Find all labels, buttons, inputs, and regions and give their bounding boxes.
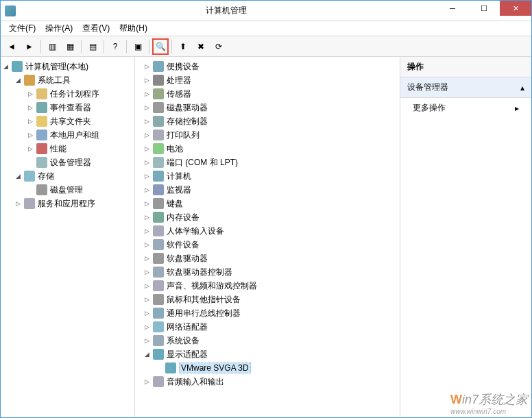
disk-icon <box>153 102 164 113</box>
dev-keyboards[interactable]: ▷键盘 <box>142 197 400 210</box>
dev-computer[interactable]: ▷计算机 <box>142 169 400 183</box>
menu-action[interactable]: 操作(A) <box>41 21 77 36</box>
printer-icon <box>153 130 164 140</box>
scan-hardware-button[interactable]: 🔍 <box>152 38 169 55</box>
forward-button[interactable]: ► <box>21 38 38 55</box>
tree-device-manager[interactable]: 设备管理器 <box>25 156 134 169</box>
device-icon <box>36 157 47 168</box>
collapse-icon[interactable]: ◢ <box>13 171 23 181</box>
display-icon <box>153 349 164 360</box>
storage-icon <box>24 171 35 182</box>
dev-processors[interactable]: ▷处理器 <box>142 73 400 87</box>
expand-icon[interactable]: ▷ <box>25 144 35 153</box>
menu-file[interactable]: 文件(F) <box>5 21 40 36</box>
sound-icon <box>153 280 164 291</box>
tree-event-viewer[interactable]: ▷事件查看器 <box>25 101 134 114</box>
actions-more[interactable]: 更多操作 ▸ <box>400 98 531 118</box>
separator <box>40 40 41 53</box>
dev-network[interactable]: ▷网络适配器 <box>142 320 400 334</box>
titlebar: 计算机管理 ─ ☐ ✕ <box>1 1 531 21</box>
dev-storage-ctrl[interactable]: ▷存储控制器 <box>142 114 400 128</box>
maximize-button[interactable]: ☐ <box>468 1 500 16</box>
dev-print-queues[interactable]: ▷打印队列 <box>142 128 400 142</box>
usb-icon <box>153 308 164 319</box>
device-tree-pane[interactable]: ▷便携设备 ▷处理器 ▷传感器 ▷磁盘驱动器 ▷存储控制器 ▷打印队列 ▷电池 … <box>135 57 400 417</box>
keyboard-icon <box>153 198 164 209</box>
computer-icon <box>12 61 23 72</box>
dev-vmware-svga[interactable]: VMware SVGA 3D <box>154 361 400 375</box>
dev-batteries[interactable]: ▷电池 <box>142 142 400 156</box>
tree-root[interactable]: ◢计算机管理(本地) <box>1 60 134 73</box>
separator <box>104 40 104 53</box>
monitor-icon <box>153 184 164 195</box>
minimize-button[interactable]: ─ <box>437 1 468 16</box>
dev-disk-drives[interactable]: ▷磁盘驱动器 <box>142 101 400 114</box>
tree-local-users[interactable]: ▷本地用户和组 <box>25 128 134 142</box>
close-button[interactable]: ✕ <box>500 1 531 16</box>
services-icon <box>24 198 35 209</box>
dev-sensors[interactable]: ▷传感器 <box>142 87 400 101</box>
audio-icon <box>153 376 164 387</box>
dev-ports[interactable]: ▷端口 (COM 和 LPT) <box>142 156 400 169</box>
dev-hid[interactable]: ▷人体学输入设备 <box>142 224 400 238</box>
tree-performance[interactable]: ▷性能 <box>25 142 134 156</box>
dev-memory[interactable]: ▷内存设备 <box>142 210 400 224</box>
tree-storage[interactable]: ◢存储 <box>13 169 134 183</box>
menu-view[interactable]: 查看(V) <box>78 21 114 36</box>
collapse-icon[interactable]: ◢ <box>1 62 10 71</box>
dev-system[interactable]: ▷系统设备 <box>142 334 400 347</box>
memory-icon <box>153 212 164 223</box>
floppy-ctrl-icon <box>153 267 164 278</box>
dev-audio-io[interactable]: ▷音频输入和输出 <box>142 375 400 389</box>
separator <box>81 40 82 53</box>
chevron-right-icon: ▸ <box>515 103 519 113</box>
tree-disk-mgmt[interactable]: 磁盘管理 <box>25 183 134 197</box>
show-hide-tree-button[interactable]: ▥ <box>44 38 60 55</box>
dev-software[interactable]: ▷软件设备 <box>142 238 400 251</box>
dev-floppy-ctrl[interactable]: ▷软盘驱动器控制器 <box>142 265 400 279</box>
collapse-icon[interactable]: ◢ <box>142 349 152 359</box>
storage-ctrl-icon <box>153 116 164 127</box>
computer-icon <box>153 171 164 182</box>
performance-icon <box>36 143 47 154</box>
collapse-icon[interactable]: ◢ <box>13 75 23 85</box>
tools-icon <box>24 75 35 86</box>
dev-usb[interactable]: ▷通用串行总线控制器 <box>142 306 400 320</box>
expand-icon[interactable]: ▷ <box>25 116 35 126</box>
action-pane-button[interactable]: ▣ <box>130 38 146 55</box>
menu-help[interactable]: 帮助(H) <box>115 21 152 36</box>
disable-button[interactable]: ⟳ <box>210 38 227 55</box>
tree-services-apps[interactable]: ▷服务和应用程序 <box>13 197 134 210</box>
users-icon <box>36 130 47 140</box>
floppy-icon <box>153 253 164 264</box>
dev-monitors[interactable]: ▷监视器 <box>142 183 400 197</box>
update-driver-button[interactable]: ⬆ <box>175 38 191 55</box>
left-tree-pane[interactable]: ◢计算机管理(本地) ◢系统工具 ▷任务计划程序 ▷事件查看器 ▷共享文件夹 ▷… <box>1 57 135 417</box>
battery-icon <box>153 143 164 154</box>
content-area: ◢计算机管理(本地) ◢系统工具 ▷任务计划程序 ▷事件查看器 ▷共享文件夹 ▷… <box>1 57 531 417</box>
export-list-button[interactable]: ▤ <box>84 38 101 55</box>
dev-mice[interactable]: ▷鼠标和其他指针设备 <box>142 293 400 306</box>
dev-display-adapters[interactable]: ◢显示适配器 <box>142 347 400 361</box>
tree-task-scheduler[interactable]: ▷任务计划程序 <box>25 87 134 101</box>
expand-icon[interactable]: ▷ <box>25 130 35 140</box>
uninstall-button[interactable]: ✖ <box>193 38 209 55</box>
back-button[interactable]: ◄ <box>3 38 20 55</box>
expand-icon[interactable]: ▷ <box>13 199 23 208</box>
dev-floppy-drives[interactable]: ▷软盘驱动器 <box>142 251 400 265</box>
mouse-icon <box>153 294 164 305</box>
window-title: 计算机管理 <box>16 5 437 16</box>
tree-shared-folders[interactable]: ▷共享文件夹 <box>25 114 134 128</box>
dev-portable[interactable]: ▷便携设备 <box>142 60 400 73</box>
cpu-icon <box>153 75 164 86</box>
dev-sound[interactable]: ▷声音、视频和游戏控制器 <box>142 279 400 293</box>
port-icon <box>153 157 164 168</box>
expand-icon[interactable]: ▷ <box>25 103 35 112</box>
collapse-icon[interactable]: ▴ <box>520 83 524 93</box>
expand-icon[interactable]: ▷ <box>25 89 35 99</box>
app-icon <box>5 5 16 16</box>
help-button[interactable]: ? <box>107 38 123 55</box>
actions-section[interactable]: 设备管理器 ▴ <box>400 77 531 98</box>
properties-button[interactable]: ▦ <box>62 38 78 55</box>
tree-system-tools[interactable]: ◢系统工具 <box>13 73 134 87</box>
